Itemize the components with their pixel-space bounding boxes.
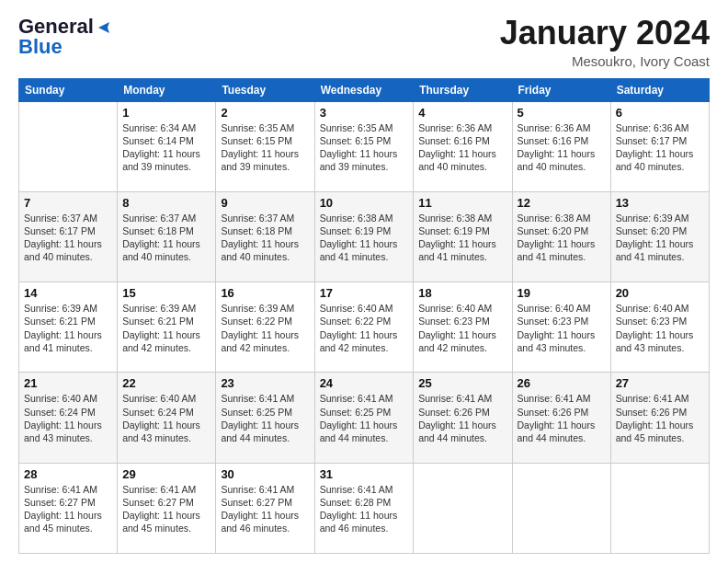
table-row: 17Sunrise: 6:40 AM Sunset: 6:22 PM Dayli… xyxy=(314,282,414,373)
day-number: 12 xyxy=(518,196,606,210)
day-info: Sunrise: 6:41 AM Sunset: 6:26 PM Dayligh… xyxy=(616,392,704,444)
day-info: Sunrise: 6:39 AM Sunset: 6:21 PM Dayligh… xyxy=(122,302,210,354)
day-info: Sunrise: 6:36 AM Sunset: 6:17 PM Dayligh… xyxy=(616,121,704,174)
table-row: 30Sunrise: 6:41 AM Sunset: 6:27 PM Dayli… xyxy=(216,463,314,553)
table-row: 24Sunrise: 6:41 AM Sunset: 6:25 PM Dayli… xyxy=(314,373,414,463)
day-number: 16 xyxy=(221,286,309,300)
day-number: 29 xyxy=(122,467,210,481)
table-row: 14Sunrise: 6:39 AM Sunset: 6:21 PM Dayli… xyxy=(19,282,118,373)
table-row: 20Sunrise: 6:40 AM Sunset: 6:23 PM Dayli… xyxy=(610,282,709,373)
table-row: 16Sunrise: 6:39 AM Sunset: 6:22 PM Dayli… xyxy=(216,282,314,373)
day-info: Sunrise: 6:38 AM Sunset: 6:20 PM Dayligh… xyxy=(518,212,606,264)
table-row: 21Sunrise: 6:40 AM Sunset: 6:24 PM Dayli… xyxy=(19,373,118,463)
day-info: Sunrise: 6:36 AM Sunset: 6:16 PM Dayligh… xyxy=(418,121,506,174)
col-sunday: Sunday xyxy=(19,78,118,101)
calendar-header-row: Sunday Monday Tuesday Wednesday Thursday… xyxy=(19,78,710,101)
table-row: 1Sunrise: 6:34 AM Sunset: 6:14 PM Daylig… xyxy=(118,101,216,191)
day-number: 22 xyxy=(122,376,210,390)
day-info: Sunrise: 6:41 AM Sunset: 6:27 PM Dayligh… xyxy=(24,483,112,535)
title-area: January 2024 Mesoukro, Ivory Coast xyxy=(500,15,710,69)
day-info: Sunrise: 6:40 AM Sunset: 6:23 PM Dayligh… xyxy=(418,302,506,354)
day-number: 1 xyxy=(122,106,210,120)
day-number: 23 xyxy=(221,376,309,390)
table-row: 11Sunrise: 6:38 AM Sunset: 6:19 PM Dayli… xyxy=(414,191,512,282)
table-row: 12Sunrise: 6:38 AM Sunset: 6:20 PM Dayli… xyxy=(512,191,610,282)
table-row: 23Sunrise: 6:41 AM Sunset: 6:25 PM Dayli… xyxy=(216,373,314,463)
day-info: Sunrise: 6:39 AM Sunset: 6:20 PM Dayligh… xyxy=(616,212,704,264)
table-row: 2Sunrise: 6:35 AM Sunset: 6:15 PM Daylig… xyxy=(216,101,314,191)
day-number: 3 xyxy=(320,106,409,120)
logo-blue: Blue xyxy=(18,35,63,59)
table-row: 22Sunrise: 6:40 AM Sunset: 6:24 PM Dayli… xyxy=(118,373,216,463)
day-info: Sunrise: 6:40 AM Sunset: 6:24 PM Dayligh… xyxy=(122,392,210,444)
day-number: 26 xyxy=(518,376,606,390)
day-info: Sunrise: 6:40 AM Sunset: 6:22 PM Dayligh… xyxy=(320,302,409,354)
calendar-week-row: 28Sunrise: 6:41 AM Sunset: 6:27 PM Dayli… xyxy=(19,463,710,553)
day-number: 24 xyxy=(320,376,409,390)
table-row xyxy=(512,463,610,553)
table-row: 31Sunrise: 6:41 AM Sunset: 6:28 PM Dayli… xyxy=(314,463,414,553)
table-row: 9Sunrise: 6:37 AM Sunset: 6:18 PM Daylig… xyxy=(216,191,314,282)
calendar-week-row: 1Sunrise: 6:34 AM Sunset: 6:14 PM Daylig… xyxy=(19,101,710,191)
col-wednesday: Wednesday xyxy=(314,78,414,101)
day-number: 10 xyxy=(320,196,409,210)
day-info: Sunrise: 6:41 AM Sunset: 6:25 PM Dayligh… xyxy=(221,392,309,444)
svg-marker-0 xyxy=(98,22,109,33)
day-number: 27 xyxy=(616,376,704,390)
day-info: Sunrise: 6:41 AM Sunset: 6:25 PM Dayligh… xyxy=(320,392,409,444)
table-row: 7Sunrise: 6:37 AM Sunset: 6:17 PM Daylig… xyxy=(19,191,118,282)
col-thursday: Thursday xyxy=(414,78,512,101)
day-number: 19 xyxy=(518,286,606,300)
day-number: 15 xyxy=(122,286,210,300)
day-info: Sunrise: 6:38 AM Sunset: 6:19 PM Dayligh… xyxy=(320,212,409,264)
day-info: Sunrise: 6:35 AM Sunset: 6:15 PM Dayligh… xyxy=(320,121,409,174)
col-monday: Monday xyxy=(118,78,216,101)
table-row xyxy=(414,463,512,553)
day-number: 20 xyxy=(616,286,704,300)
table-row: 3Sunrise: 6:35 AM Sunset: 6:15 PM Daylig… xyxy=(314,101,414,191)
logo: General Blue xyxy=(18,15,113,59)
day-info: Sunrise: 6:37 AM Sunset: 6:18 PM Dayligh… xyxy=(122,212,210,264)
table-row: 13Sunrise: 6:39 AM Sunset: 6:20 PM Dayli… xyxy=(610,191,709,282)
day-info: Sunrise: 6:41 AM Sunset: 6:26 PM Dayligh… xyxy=(518,392,606,444)
page-header: General Blue January 2024 Mesoukro, Ivor… xyxy=(18,15,710,69)
day-info: Sunrise: 6:40 AM Sunset: 6:24 PM Dayligh… xyxy=(24,392,112,444)
table-row: 29Sunrise: 6:41 AM Sunset: 6:27 PM Dayli… xyxy=(118,463,216,553)
day-info: Sunrise: 6:41 AM Sunset: 6:27 PM Dayligh… xyxy=(221,483,309,535)
day-number: 4 xyxy=(418,106,506,120)
table-row xyxy=(19,101,118,191)
day-number: 11 xyxy=(418,196,506,210)
day-info: Sunrise: 6:41 AM Sunset: 6:28 PM Dayligh… xyxy=(320,483,409,535)
table-row: 5Sunrise: 6:36 AM Sunset: 6:16 PM Daylig… xyxy=(512,101,610,191)
day-number: 25 xyxy=(418,376,506,390)
day-number: 21 xyxy=(24,376,112,390)
table-row xyxy=(610,463,709,553)
table-row: 4Sunrise: 6:36 AM Sunset: 6:16 PM Daylig… xyxy=(414,101,512,191)
col-friday: Friday xyxy=(512,78,610,101)
month-title: January 2024 xyxy=(500,15,710,52)
day-info: Sunrise: 6:41 AM Sunset: 6:26 PM Dayligh… xyxy=(418,392,506,444)
day-info: Sunrise: 6:38 AM Sunset: 6:19 PM Dayligh… xyxy=(418,212,506,264)
table-row: 15Sunrise: 6:39 AM Sunset: 6:21 PM Dayli… xyxy=(118,282,216,373)
table-row: 8Sunrise: 6:37 AM Sunset: 6:18 PM Daylig… xyxy=(118,191,216,282)
day-info: Sunrise: 6:40 AM Sunset: 6:23 PM Dayligh… xyxy=(518,302,606,354)
day-info: Sunrise: 6:40 AM Sunset: 6:23 PM Dayligh… xyxy=(616,302,704,354)
day-number: 18 xyxy=(418,286,506,300)
day-number: 28 xyxy=(24,467,112,481)
day-number: 31 xyxy=(320,467,409,481)
table-row: 28Sunrise: 6:41 AM Sunset: 6:27 PM Dayli… xyxy=(19,463,118,553)
calendar-week-row: 7Sunrise: 6:37 AM Sunset: 6:17 PM Daylig… xyxy=(19,191,710,282)
day-number: 6 xyxy=(616,106,704,120)
table-row: 19Sunrise: 6:40 AM Sunset: 6:23 PM Dayli… xyxy=(512,282,610,373)
table-row: 10Sunrise: 6:38 AM Sunset: 6:19 PM Dayli… xyxy=(314,191,414,282)
day-number: 8 xyxy=(122,196,210,210)
calendar-week-row: 14Sunrise: 6:39 AM Sunset: 6:21 PM Dayli… xyxy=(19,282,710,373)
day-number: 14 xyxy=(24,286,112,300)
day-number: 5 xyxy=(518,106,606,120)
day-info: Sunrise: 6:36 AM Sunset: 6:16 PM Dayligh… xyxy=(518,121,606,174)
calendar-week-row: 21Sunrise: 6:40 AM Sunset: 6:24 PM Dayli… xyxy=(19,373,710,463)
day-number: 17 xyxy=(320,286,409,300)
day-number: 13 xyxy=(616,196,704,210)
day-info: Sunrise: 6:39 AM Sunset: 6:22 PM Dayligh… xyxy=(221,302,309,354)
day-info: Sunrise: 6:37 AM Sunset: 6:18 PM Dayligh… xyxy=(221,212,309,264)
